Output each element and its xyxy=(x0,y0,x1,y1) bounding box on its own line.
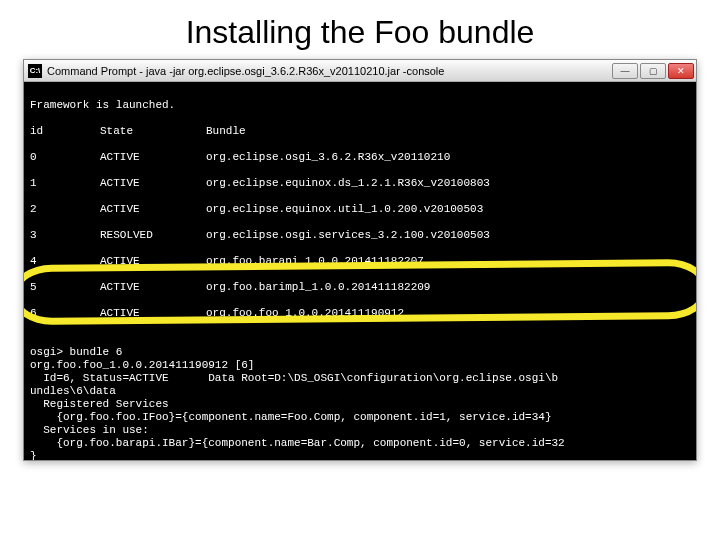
detail-line: undles\6\data xyxy=(30,385,116,397)
minimize-button[interactable]: — xyxy=(612,63,638,79)
command-prompt-window: C:\ Command Prompt - java -jar org.eclip… xyxy=(23,59,697,461)
cell-id: 4 xyxy=(30,255,100,268)
detail-line: org.foo.foo_1.0.0.201411190912 [6] xyxy=(30,359,254,371)
window-buttons: — ▢ ✕ xyxy=(612,63,694,79)
launched-line: Framework is launched. xyxy=(30,99,175,111)
services-in-use-header: Services in use: xyxy=(30,424,149,436)
cell-state: RESOLVED xyxy=(100,229,206,242)
cell-state: ACTIVE xyxy=(100,281,206,294)
cell-id: 3 xyxy=(30,229,100,242)
cmd-icon-label: C:\ xyxy=(30,66,41,75)
cell-name: org.foo.foo_1.0.0.201411190912 xyxy=(206,307,404,320)
cell-state: ACTIVE xyxy=(100,177,206,190)
cell-id: 1 xyxy=(30,177,100,190)
slide-title: Installing the Foo bundle xyxy=(0,0,720,59)
cell-state: ACTIVE xyxy=(100,151,206,164)
bundle-row: 1ACTIVEorg.eclipse.equinox.ds_1.2.1.R36x… xyxy=(30,177,690,190)
registered-service: {org.foo.foo.IFoo}={component.name=Foo.C… xyxy=(30,411,552,423)
bundle-header: idStateBundle xyxy=(30,125,690,138)
col-bundle: Bundle xyxy=(206,125,246,138)
detail-line: Id=6, Status=ACTIVE Data Root=D:\DS_OSGI… xyxy=(30,372,558,384)
window-title: Command Prompt - java -jar org.eclipse.o… xyxy=(47,65,612,77)
cell-name: org.foo.barimpl_1.0.0.201411182209 xyxy=(206,281,430,294)
cell-name: org.eclipse.equinox.util_1.0.200.v201005… xyxy=(206,203,483,216)
cell-name: org.eclipse.equinox.ds_1.2.1.R36x_v20100… xyxy=(206,177,490,190)
bundle-row: 3RESOLVEDorg.eclipse.osgi.services_3.2.1… xyxy=(30,229,690,242)
cell-id: 2 xyxy=(30,203,100,216)
cell-state: ACTIVE xyxy=(100,203,206,216)
cell-id: 5 xyxy=(30,281,100,294)
cell-name: org.eclipse.osgi.services_3.2.100.v20100… xyxy=(206,229,490,242)
col-state: State xyxy=(100,125,206,138)
cell-state: ACTIVE xyxy=(100,307,206,320)
console-output[interactable]: Framework is launched. idStateBundle 0AC… xyxy=(24,82,696,460)
cell-id: 6 xyxy=(30,307,100,320)
cmd-icon: C:\ xyxy=(28,64,42,78)
col-id: id xyxy=(30,125,100,138)
cell-name: org.eclipse.osgi_3.6.2.R36x_v20110210 xyxy=(206,151,450,164)
bundle-row: 5ACTIVEorg.foo.barimpl_1.0.0.20141118220… xyxy=(30,281,690,294)
maximize-button[interactable]: ▢ xyxy=(640,63,666,79)
service-in-use: {org.foo.barapi.IBar}={component.name=Ba… xyxy=(30,437,565,449)
cell-name: org.foo.barapi_1.0.0.201411182207 xyxy=(206,255,424,268)
close-button[interactable]: ✕ xyxy=(668,63,694,79)
cell-state: ACTIVE xyxy=(100,255,206,268)
registered-services-header: Registered Services xyxy=(30,398,169,410)
bundle-row: 2ACTIVEorg.eclipse.equinox.util_1.0.200.… xyxy=(30,203,690,216)
bundle-row: 0ACTIVEorg.eclipse.osgi_3.6.2.R36x_v2011… xyxy=(30,151,690,164)
cell-id: 0 xyxy=(30,151,100,164)
bundle-row: 6ACTIVEorg.foo.foo_1.0.0.201411190912 xyxy=(30,307,690,320)
osgi-prompt: osgi> bundle 6 xyxy=(30,346,122,358)
bundle-row: 4ACTIVEorg.foo.barapi_1.0.0.201411182207 xyxy=(30,255,690,268)
window-titlebar: C:\ Command Prompt - java -jar org.eclip… xyxy=(24,60,696,82)
service-in-use-cont: } xyxy=(30,450,37,460)
